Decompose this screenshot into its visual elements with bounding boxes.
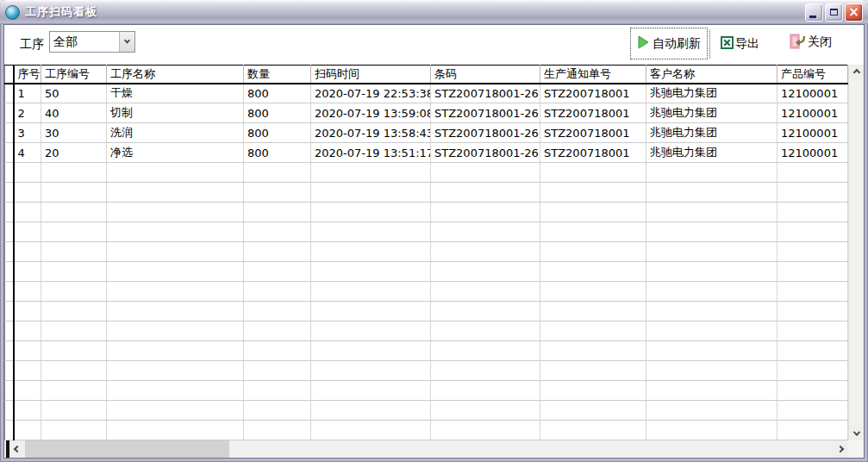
cell[interactable]: 切制 [107, 103, 244, 123]
column-header[interactable]: 工序名称 [107, 66, 244, 84]
horizontal-scroll-track[interactable] [229, 440, 833, 458]
maximize-button[interactable] [825, 3, 843, 22]
process-filter-label: 工序 [20, 37, 44, 53]
column-header[interactable]: 客户名称 [646, 66, 777, 84]
cell[interactable]: 50 [41, 84, 107, 103]
empty-cell [107, 381, 244, 401]
horizontal-scrollbar[interactable] [4, 440, 848, 458]
cell[interactable]: 兆驰电力集团 [646, 143, 777, 163]
empty-cell [41, 361, 107, 381]
cell[interactable]: STZ200718001-26 [431, 123, 540, 143]
cell[interactable]: STZ200718001 [540, 143, 646, 163]
cell[interactable]: 30 [41, 123, 107, 143]
empty-cell [540, 203, 646, 222]
grid-header-row: 序号工序编号工序名称数量扫码时间条码生产通知单号客户名称产品编号 [5, 66, 848, 84]
column-header[interactable]: 数量 [244, 66, 311, 84]
table-row[interactable]: 150干燥8002020-07-19 22:53:38STZ200718001-… [5, 84, 848, 103]
maximize-icon [830, 9, 838, 16]
scroll-up-button[interactable] [849, 65, 864, 79]
empty-cell [431, 242, 540, 262]
table-row[interactable]: 330洗润8002020-07-19 13:58:43STZ200718001-… [5, 123, 848, 143]
close-window-button[interactable]: 关闭 [790, 33, 832, 52]
row-indicator [5, 84, 14, 103]
close-button[interactable]: × [845, 3, 863, 22]
scroll-right-button[interactable] [833, 440, 848, 458]
empty-cell [431, 222, 540, 242]
cell[interactable]: 12100001 [777, 123, 848, 143]
empty-cell [41, 341, 107, 361]
empty-cell [14, 421, 41, 440]
cell[interactable]: 兆驰电力集团 [646, 103, 777, 123]
empty-cell [540, 341, 646, 361]
empty-cell [244, 421, 311, 440]
scroll-down-button[interactable] [849, 426, 864, 440]
cell[interactable]: 40 [41, 103, 107, 123]
cell[interactable]: 800 [244, 103, 311, 123]
cell[interactable]: 洗润 [107, 123, 244, 143]
cell[interactable]: STZ200718001 [540, 84, 646, 103]
empty-cell [777, 421, 848, 440]
empty-cell [311, 183, 431, 203]
cell[interactable]: STZ200718001-26 [431, 103, 540, 123]
cell[interactable]: 3 [14, 123, 41, 143]
column-header[interactable]: 工序编号 [41, 66, 107, 84]
cell[interactable]: 2020-07-19 13:59:08 [311, 103, 431, 123]
column-header[interactable]: 生产通知单号 [540, 66, 646, 84]
empty-cell [107, 183, 244, 203]
empty-cell [107, 322, 244, 341]
process-filter-select[interactable]: 全部 [49, 31, 135, 53]
cell[interactable]: 兆驰电力集团 [646, 123, 777, 143]
cell[interactable]: STZ200718001 [540, 123, 646, 143]
cell[interactable]: 1 [14, 84, 41, 103]
table-row[interactable]: 240切制8002020-07-19 13:59:08STZ200718001-… [5, 103, 848, 123]
empty-cell [646, 341, 777, 361]
toolbar: 工序 全部 自动刷新 导出 [4, 25, 864, 65]
cell[interactable]: 12100001 [777, 84, 848, 103]
row-indicator [5, 381, 14, 401]
auto-refresh-button[interactable]: 自动刷新 [630, 28, 708, 59]
empty-cell [14, 203, 41, 222]
row-indicator [5, 262, 14, 282]
combo-dropdown-button[interactable] [119, 32, 134, 52]
cell[interactable]: 12100001 [777, 103, 848, 123]
scroll-left-button[interactable] [9, 440, 25, 458]
table-row[interactable]: 420净选8002020-07-19 13:51:17STZ200718001-… [5, 143, 848, 163]
indicator-column-header [5, 66, 14, 84]
empty-cell [646, 361, 777, 381]
titlebar[interactable]: 工序扫码看板 × [0, 0, 868, 24]
cell[interactable]: STZ200718001-26 [431, 84, 540, 103]
cell[interactable]: STZ200718001 [540, 103, 646, 123]
column-header[interactable]: 扫码时间 [311, 66, 431, 84]
cell[interactable]: 12100001 [777, 143, 848, 163]
cell[interactable]: 2020-07-19 13:51:17 [311, 143, 431, 163]
cell[interactable]: 800 [244, 84, 311, 103]
chevron-down-icon [124, 38, 130, 44]
cell[interactable]: STZ200718001-26 [431, 143, 540, 163]
cell[interactable]: 800 [244, 143, 311, 163]
empty-cell [777, 262, 848, 282]
minimize-button[interactable] [805, 3, 823, 22]
cell[interactable]: 净选 [107, 143, 244, 163]
empty-cell [646, 381, 777, 401]
column-header[interactable]: 条码 [431, 66, 540, 84]
play-icon [637, 35, 650, 52]
column-header[interactable]: 产品编号 [777, 66, 848, 84]
cell[interactable]: 20 [41, 143, 107, 163]
cell[interactable]: 干燥 [107, 84, 244, 103]
cell[interactable]: 兆驰电力集团 [646, 84, 777, 103]
empty-cell [107, 242, 244, 262]
cell[interactable]: 2020-07-19 13:58:43 [311, 123, 431, 143]
export-button[interactable]: 导出 [721, 34, 759, 53]
cell[interactable]: 4 [14, 143, 41, 163]
cell[interactable]: 2020-07-19 22:53:38 [311, 84, 431, 103]
vertical-scrollbar[interactable] [848, 65, 864, 440]
cell[interactable]: 2 [14, 103, 41, 123]
cell[interactable]: 800 [244, 123, 311, 143]
horizontal-scroll-thumb[interactable] [25, 440, 229, 458]
chevron-left-icon [14, 446, 21, 453]
empty-cell [540, 163, 646, 183]
column-header[interactable]: 序号 [14, 66, 41, 84]
empty-cell [777, 183, 848, 203]
empty-cell [41, 203, 107, 222]
scrollbar-corner [848, 440, 864, 458]
